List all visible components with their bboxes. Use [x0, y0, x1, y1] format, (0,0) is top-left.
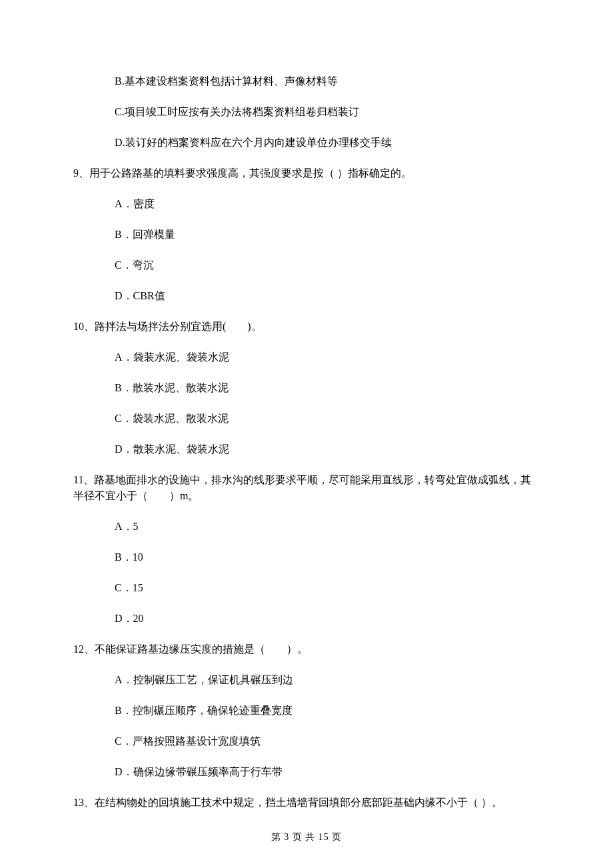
- q12-option-c: C．严格按照路基设计宽度填筑: [115, 733, 540, 749]
- q9-stem: 9、用于公路路基的填料要求强度高，其强度要求是按（ ）指标确定的。: [73, 165, 540, 181]
- q13-stem: 13、在结构物处的回填施工技术中规定，挡土墙墙背回填部分底部距基础内缘不小于（ …: [73, 795, 540, 811]
- q9-option-a: A．密度: [115, 196, 540, 212]
- q10-option-d: D．散装水泥、袋装水泥: [115, 441, 540, 457]
- q11-option-b: B．10: [115, 549, 540, 565]
- q10-option-b: B．散装水泥、散装水泥: [115, 380, 540, 396]
- q11-option-c: C．15: [115, 580, 540, 596]
- q11-option-a: A．5: [115, 519, 540, 535]
- q11-option-d: D．20: [115, 611, 540, 627]
- q10-stem: 10、路拌法与场拌法分别宜选用( )。: [73, 319, 540, 335]
- q8-option-c: C.项目竣工时应按有关办法将档案资料组卷归档装订: [115, 104, 540, 120]
- q10-option-c: C．袋装水泥、散装水泥: [115, 411, 540, 427]
- q10-option-a: A．袋装水泥、袋装水泥: [115, 349, 540, 365]
- q12-option-d: D．确保边缘带碾压频率高于行车带: [115, 764, 540, 780]
- q12-option-a: A．控制碾压工艺，保证机具碾压到边: [115, 672, 540, 688]
- q8-option-d: D.装订好的档案资料应在六个月内向建设单位办理移交手续: [115, 135, 540, 151]
- q9-option-b: B．回弹模量: [115, 227, 540, 243]
- q12-option-b: B．控制碾压顺序，确保轮迹重叠宽度: [115, 703, 540, 719]
- q9-option-d: D．CBR值: [115, 288, 540, 304]
- q11-stem: 11、路基地面排水的设施中，排水沟的线形要求平顺，尽可能采用直线形，转弯处宜做成…: [73, 472, 540, 504]
- page-container: B.基本建设档案资料包括计算材料、声像材料等 C.项目竣工时应按有关办法将档案资…: [0, 0, 613, 868]
- page-footer: 第 3 页 共 15 页: [0, 830, 613, 844]
- q9-option-c: C．弯沉: [115, 257, 540, 273]
- q12-stem: 12、不能保证路基边缘压实度的措施是（ ）。: [73, 641, 540, 657]
- q8-option-b: B.基本建设档案资料包括计算材料、声像材料等: [115, 73, 540, 89]
